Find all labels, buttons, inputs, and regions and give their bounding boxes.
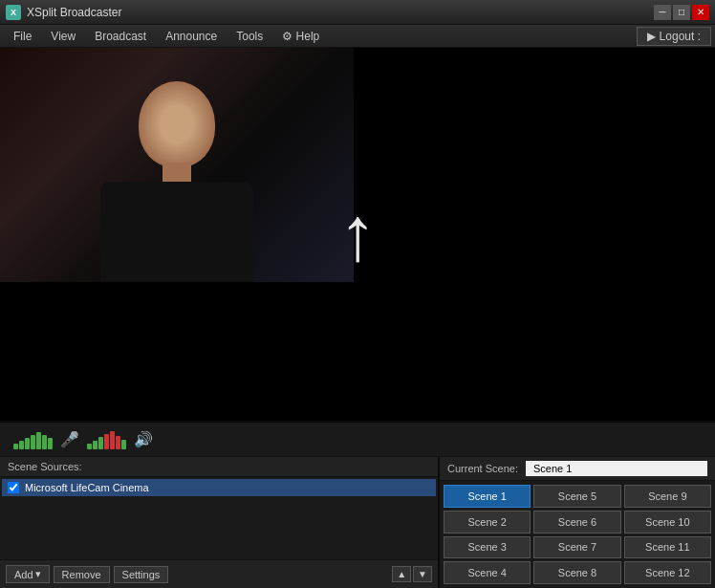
speaker-icon: 🔊	[134, 430, 153, 448]
sources-footer: Add ▾ Remove Settings ▲ ▼	[0, 559, 438, 588]
bar-r7	[121, 440, 126, 449]
bar-r5	[110, 431, 115, 449]
source-item[interactable]: Microsoft LifeCam Cinema	[2, 479, 436, 496]
current-scene-label: Current Scene:	[447, 463, 518, 474]
scene-button-6[interactable]: Scene 10	[624, 511, 711, 534]
person-body	[100, 182, 253, 282]
sources-list: Microsoft LifeCam Cinema	[0, 477, 438, 559]
current-scene-bar: Current Scene: Scene 1	[440, 457, 715, 481]
scene-button-9[interactable]: Scene 11	[624, 536, 711, 559]
bar-5	[36, 432, 41, 449]
bar-6	[42, 435, 47, 449]
audio-meter-right	[87, 430, 126, 449]
menu-help[interactable]: ⚙ Help	[272, 25, 329, 47]
scene-button-5[interactable]: Scene 6	[533, 511, 620, 534]
scenes-panel: Current Scene: Scene 1 Scene 1Scene 5Sce…	[440, 457, 715, 588]
window-controls: ─ □ ✕	[654, 5, 709, 20]
scene-button-8[interactable]: Scene 7	[533, 536, 620, 559]
scenes-grid: Scene 1Scene 5Scene 9Scene 2Scene 6Scene…	[440, 481, 715, 588]
menu-broadcast[interactable]: Broadcast	[85, 25, 156, 47]
scene-button-7[interactable]: Scene 3	[444, 536, 531, 559]
bar-4	[31, 435, 35, 449]
menu-file[interactable]: File	[4, 25, 41, 47]
add-label: Add	[14, 569, 33, 580]
scene-button-4[interactable]: Scene 2	[444, 511, 531, 534]
scene-button-12[interactable]: Scene 12	[624, 561, 711, 584]
person-silhouette	[81, 72, 272, 282]
add-button[interactable]: Add ▾	[6, 565, 50, 583]
titlebar: X XSplit Broadcaster ─ □ ✕	[0, 0, 715, 25]
bar-1	[13, 444, 18, 449]
bar-r4	[104, 434, 109, 449]
meter-bar: 🎤 🔊	[0, 423, 715, 457]
scene-button-1[interactable]: Scene 1	[444, 485, 531, 508]
bar-7	[48, 438, 53, 449]
bar-r1	[87, 444, 92, 449]
bar-3	[25, 438, 30, 449]
scene-button-10[interactable]: Scene 4	[444, 561, 531, 584]
add-dropdown-icon[interactable]: ▾	[35, 568, 41, 580]
arrow-up-icon: ↑	[338, 196, 377, 272]
menubar: File View Broadcast Announce Tools ⚙ Hel…	[0, 25, 715, 48]
scene-button-11[interactable]: Scene 8	[533, 561, 620, 584]
audio-meter-left	[13, 430, 53, 449]
close-button[interactable]: ✕	[692, 5, 709, 20]
preview-video	[0, 48, 354, 282]
mic-icon: 🎤	[60, 430, 79, 448]
move-up-button[interactable]: ▲	[392, 566, 411, 582]
remove-button[interactable]: Remove	[54, 566, 110, 583]
app-icon: X	[6, 5, 21, 20]
logout-button[interactable]: ▶ Logout :	[637, 27, 711, 46]
bar-r2	[93, 441, 98, 449]
person-head	[139, 81, 215, 167]
minimize-button[interactable]: ─	[654, 5, 671, 20]
bottom-main: Scene Sources: Microsoft LifeCam Cinema …	[0, 457, 715, 588]
app-title: XSplit Broadcaster	[27, 6, 654, 19]
sources-panel: Scene Sources: Microsoft LifeCam Cinema …	[0, 457, 440, 588]
menu-announce[interactable]: Announce	[156, 25, 227, 47]
current-scene-value: Scene 1	[526, 461, 707, 476]
menu-tools[interactable]: Tools	[227, 25, 272, 47]
bar-2	[19, 441, 24, 449]
controls-area: 🎤 🔊 Scene Sources: Microsoft LifeCam Cin…	[0, 421, 715, 588]
webcam-feed	[0, 48, 354, 282]
source-checkbox[interactable]	[8, 482, 19, 493]
scene-button-3[interactable]: Scene 9	[624, 485, 711, 508]
scene-button-2[interactable]: Scene 5	[533, 485, 620, 508]
source-item-label: Microsoft LifeCam Cinema	[25, 482, 149, 493]
bar-r6	[116, 436, 120, 449]
menu-view[interactable]: View	[41, 25, 85, 47]
preview-area: ↑	[0, 48, 715, 421]
move-down-button[interactable]: ▼	[413, 566, 432, 582]
bar-r3	[98, 437, 103, 449]
settings-button[interactable]: Settings	[114, 566, 169, 583]
sources-header: Scene Sources:	[0, 457, 438, 477]
maximize-button[interactable]: □	[673, 5, 690, 20]
